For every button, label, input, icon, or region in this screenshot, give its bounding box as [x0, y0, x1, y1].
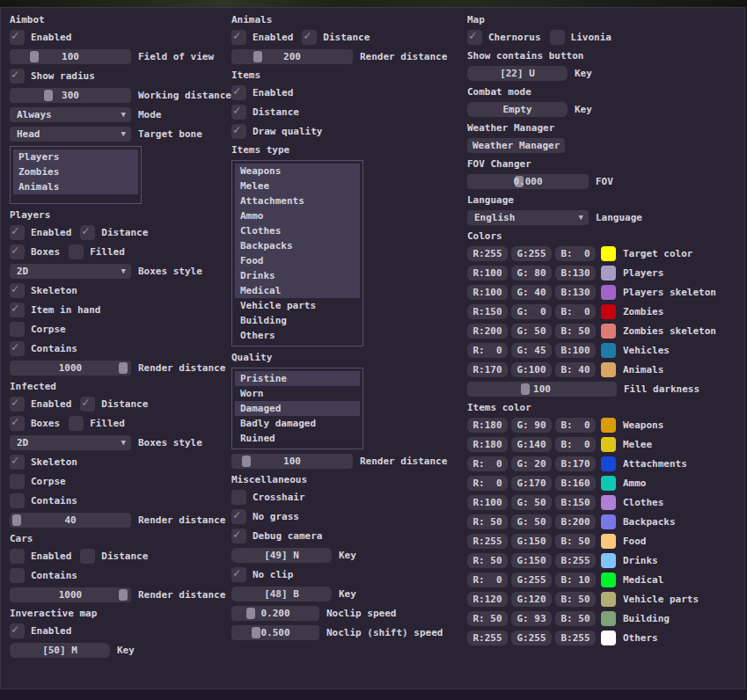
checkbox-contains[interactable]: ✓ — [10, 341, 25, 356]
slider-fov[interactable]: 0.000 — [467, 174, 589, 189]
checkbox-no-clip[interactable]: ✓ — [231, 567, 246, 582]
g-value-button[interactable]: G:255 — [511, 246, 552, 261]
checkbox-livonia[interactable] — [550, 30, 565, 45]
checkbox-item-enabled[interactable]: ✓Enabled — [10, 225, 71, 240]
list-item-ruined[interactable]: Ruined — [235, 431, 360, 446]
checkbox-item-enabled[interactable]: ✓Enabled — [10, 397, 71, 412]
checkbox-corpse[interactable] — [10, 322, 25, 337]
checkbox-distance[interactable]: ✓ — [302, 30, 317, 45]
g-value-button[interactable]: G:120 — [511, 592, 552, 607]
checkbox-item-enabled[interactable]: Enabled — [10, 549, 71, 564]
b-value-button[interactable]: B:130 — [555, 285, 596, 300]
list-item-others[interactable]: Others — [235, 328, 360, 343]
slider-render-distance[interactable]: 200 — [231, 49, 353, 64]
checkbox-skeleton[interactable]: ✓ — [10, 455, 25, 470]
checkbox-item-item-in-hand[interactable]: ✓Item in hand — [10, 303, 100, 317]
r-value-button[interactable]: R:255 — [467, 534, 508, 549]
r-value-button[interactable]: R: 0 — [467, 476, 508, 491]
checkbox-distance[interactable]: ✓ — [231, 105, 246, 120]
b-value-button[interactable]: B: 0 — [555, 437, 596, 452]
checkbox-item-enabled[interactable]: ✓Enabled — [10, 623, 71, 638]
slider-render-distance[interactable]: 40 — [10, 513, 131, 528]
r-value-button[interactable]: R: 0 — [467, 456, 508, 471]
list-item-building[interactable]: Building — [235, 313, 360, 328]
checkbox-item-distance[interactable]: Distance — [80, 549, 148, 564]
checkbox-contains[interactable] — [10, 568, 25, 583]
r-value-button[interactable]: R:180 — [467, 437, 508, 452]
g-value-button[interactable]: G:100 — [511, 362, 552, 377]
r-value-button[interactable]: R: 50 — [467, 553, 508, 568]
checkbox-item-skeleton[interactable]: ✓Skeleton — [10, 455, 77, 470]
checkbox-distance[interactable]: ✓ — [80, 397, 95, 412]
b-value-button[interactable]: B:160 — [555, 476, 596, 491]
checkbox-contains[interactable] — [10, 493, 25, 508]
checkbox-enabled[interactable]: ✓ — [10, 397, 25, 412]
list-item-melee[interactable]: Melee — [235, 179, 360, 193]
b-value-button[interactable]: B: 10 — [555, 572, 596, 587]
list-item-weapons[interactable]: Weapons — [235, 164, 360, 179]
b-value-button[interactable]: B: 40 — [555, 362, 596, 377]
list-item-ammo[interactable]: Ammo — [235, 208, 360, 223]
g-value-button[interactable]: G: 50 — [511, 495, 552, 510]
dropdown-language[interactable]: English▼ — [467, 210, 589, 225]
checkbox-distance[interactable]: ✓ — [80, 225, 95, 240]
slider-fill-darkness[interactable]: 100 — [467, 382, 617, 397]
checkbox-corpse[interactable] — [10, 474, 25, 489]
r-value-button[interactable]: R:255 — [467, 246, 508, 261]
g-value-button[interactable]: G: 0 — [511, 304, 552, 319]
b-value-button[interactable]: B: 50 — [555, 611, 596, 626]
checkbox-item-boxes[interactable]: ✓Boxes — [10, 416, 60, 431]
checkbox-item-skeleton[interactable]: ✓Skeleton — [10, 283, 77, 298]
checkbox-crosshair[interactable] — [231, 490, 246, 505]
dropdown-target-bone[interactable]: Head▼ — [10, 127, 131, 142]
list-item-backpacks[interactable]: Backpacks — [235, 238, 360, 253]
checkbox-boxes[interactable]: ✓ — [10, 416, 25, 431]
checkbox-item-show-radius[interactable]: ✓Show radius — [10, 69, 95, 84]
weather-manager-button[interactable]: Weather Manager — [467, 138, 565, 153]
checkbox-draw-quality[interactable]: ✓ — [231, 124, 246, 139]
checkbox-enabled[interactable]: ✓ — [231, 30, 246, 45]
list-item-animals[interactable]: Animals — [13, 179, 138, 194]
g-value-button[interactable]: G:140 — [511, 437, 552, 452]
checkbox-enabled[interactable] — [10, 549, 25, 564]
checkbox-item-livonia[interactable]: Livonia — [550, 30, 612, 45]
r-value-button[interactable]: R:100 — [467, 285, 508, 300]
b-value-button[interactable]: B: 50 — [555, 534, 596, 549]
slider-render-distance[interactable]: 100 — [231, 454, 353, 469]
checkbox-item-corpse[interactable]: Corpse — [10, 322, 66, 337]
checkbox-item-contains[interactable]: Contains — [10, 568, 77, 583]
g-value-button[interactable]: G:255 — [511, 631, 552, 645]
checkbox-enabled[interactable]: ✓ — [10, 30, 25, 45]
checkbox-filled[interactable] — [69, 244, 84, 259]
r-value-button[interactable]: R:255 — [467, 631, 508, 645]
list-item-players[interactable]: Players — [13, 149, 138, 164]
g-value-button[interactable]: G: 50 — [511, 324, 552, 339]
list-item-drinks[interactable]: Drinks — [235, 268, 360, 283]
checkbox-item-contains[interactable]: ✓Contains — [10, 341, 77, 356]
keybind-button[interactable]: [22] U — [467, 66, 568, 81]
b-value-button[interactable]: B:150 — [555, 495, 596, 510]
b-value-button[interactable]: B: 0 — [555, 304, 596, 319]
checkbox-filled[interactable] — [69, 416, 84, 431]
b-value-button[interactable]: B: 0 — [555, 418, 596, 433]
b-value-button[interactable]: B:130 — [555, 266, 596, 281]
g-value-button[interactable]: G: 90 — [511, 418, 552, 433]
r-value-button[interactable]: R:150 — [467, 304, 508, 319]
list-item-attachments[interactable]: Attachments — [235, 193, 360, 208]
r-value-button[interactable]: R:180 — [467, 418, 508, 433]
checkbox-item-corpse[interactable]: Corpse — [10, 474, 66, 489]
g-value-button[interactable]: G: 80 — [511, 266, 552, 281]
list-item-worn[interactable]: Worn — [235, 386, 360, 401]
dropdown-boxes-style[interactable]: 2D▼ — [10, 264, 131, 279]
list-item-vehicle-parts[interactable]: Vehicle parts — [235, 298, 360, 313]
checkbox-item-distance[interactable]: ✓Distance — [302, 30, 370, 45]
r-value-button[interactable]: R: 0 — [467, 343, 508, 358]
checkbox-item-debug-camera[interactable]: ✓Debug camera — [231, 529, 322, 543]
slider-working-distance[interactable]: 300 — [10, 88, 131, 103]
slider-render-distance[interactable]: 1000 — [10, 361, 131, 376]
r-value-button[interactable]: R: 50 — [467, 514, 508, 529]
checkbox-chernorus[interactable]: ✓ — [467, 30, 482, 45]
checkbox-item-contains[interactable]: Contains — [10, 493, 77, 508]
checkbox-skeleton[interactable]: ✓ — [10, 283, 25, 298]
checkbox-item-enabled[interactable]: ✓Enabled — [10, 30, 71, 45]
